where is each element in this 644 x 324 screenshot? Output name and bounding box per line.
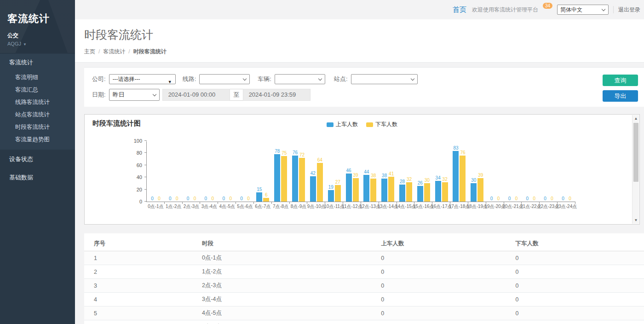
bar[interactable]: [388, 177, 394, 202]
language-select-value: 简体中文: [560, 6, 582, 13]
bar-group: 000点-1点: [147, 141, 165, 202]
table-cell: 0: [506, 251, 644, 265]
bar-value-label: 34: [436, 175, 441, 180]
bar[interactable]: [281, 156, 287, 202]
sidebar-item[interactable]: 客流量趋势图: [0, 133, 75, 146]
bar[interactable]: [460, 156, 466, 202]
table-row[interactable]: 54点-5点00: [84, 307, 644, 320]
table-row[interactable]: 10点-1点00: [84, 251, 644, 265]
breadcrumb: 主页/客流统计/时段客流统计: [84, 48, 635, 56]
date-start-input[interactable]: 2024-01-09 00:00: [162, 89, 230, 101]
bar[interactable]: [346, 174, 352, 202]
bar[interactable]: [299, 158, 305, 202]
y-axis-tick-label: 60: [126, 162, 142, 168]
chart-scrollbar[interactable]: ▲ ▼: [632, 115, 639, 224]
bar-column: 28: [399, 141, 405, 202]
bar[interactable]: [256, 192, 262, 202]
bar-column: 0: [560, 141, 566, 202]
line-select[interactable]: [199, 74, 250, 84]
table-row[interactable]: 65点-6点00: [84, 320, 644, 324]
table-cell: 0: [506, 293, 644, 307]
bar-column: 0: [185, 141, 191, 202]
scroll-down-icon[interactable]: ▼: [632, 217, 639, 224]
home-link[interactable]: 首页: [453, 6, 466, 14]
bar-value-label: 0: [533, 196, 536, 201]
bar[interactable]: [292, 156, 298, 202]
filter-panel: 公司: ---请选择--- ▼ 线路: 车辆:: [84, 67, 644, 107]
sidebar-item[interactable]: 客流汇总: [0, 84, 75, 96]
bar[interactable]: [453, 151, 459, 202]
notification-badge[interactable]: 34: [543, 3, 552, 9]
bar[interactable]: [328, 190, 334, 202]
bar[interactable]: [406, 182, 412, 202]
sidebar-item[interactable]: 线路客流统计: [0, 96, 75, 109]
bar[interactable]: [353, 178, 359, 202]
bar[interactable]: [381, 179, 387, 202]
bar[interactable]: [263, 198, 269, 202]
sidebar-item[interactable]: 基础数据: [0, 169, 75, 186]
table-cell: 0点-1点: [192, 251, 371, 265]
user-dropdown[interactable]: AQGJ▼: [7, 41, 70, 46]
bar-column: 34: [435, 141, 441, 202]
table-panel: 序号时段上车人数下车人数 10点-1点0021点-2点0032点-3点0043点…: [84, 233, 644, 324]
sidebar-item[interactable]: 时段客流统计: [0, 121, 75, 133]
bar[interactable]: [417, 186, 423, 202]
bar[interactable]: [424, 183, 430, 202]
bar-group: 0022点-23点: [540, 141, 558, 202]
bar[interactable]: [435, 181, 441, 202]
table-row[interactable]: 32点-3点00: [84, 279, 644, 293]
bar-column: 26: [417, 141, 423, 202]
bar[interactable]: [335, 185, 341, 202]
bar-value-label: 0: [526, 196, 529, 201]
bar[interactable]: [274, 154, 280, 202]
station-select[interactable]: [351, 74, 418, 84]
sidebar-profile: 客流统计 公交 AQGJ▼: [0, 0, 75, 53]
company-select[interactable]: ---请选择--- ▼: [109, 74, 176, 84]
legend-item[interactable]: 下车人数: [366, 121, 397, 128]
scrollbar-thumb[interactable]: [633, 123, 638, 182]
bar[interactable]: [471, 183, 477, 202]
table-cell: 0: [506, 265, 644, 279]
date-preset-select[interactable]: 昨日: [109, 89, 160, 101]
table-cell: 5点-6点: [192, 320, 371, 324]
table-row[interactable]: 43点-4点00: [84, 293, 644, 307]
topbar: 首页 欢迎使用客流统计管理平台 34 简体中文 退出登录: [75, 0, 644, 19]
bar[interactable]: [317, 163, 323, 202]
bar-value-label: 0: [497, 196, 500, 201]
export-button[interactable]: 导出: [603, 90, 638, 102]
bar[interactable]: [399, 185, 405, 202]
table-row[interactable]: 21点-2点00: [84, 265, 644, 279]
chart-panel: 时段车流统计图 上车人数下车人数 020406080100000点-1点001点…: [84, 114, 640, 225]
caret-down-icon: ▼: [23, 42, 27, 46]
breadcrumb-item[interactable]: 主页: [84, 48, 95, 55]
table-cell: 0: [371, 320, 506, 324]
sidebar-item[interactable]: 站点客流统计: [0, 109, 75, 121]
date-end-input[interactable]: 2024-01-09 23:59: [243, 89, 310, 101]
bar-value-label: 0: [515, 196, 518, 201]
query-button[interactable]: 查询: [603, 75, 638, 86]
bar-group: 004点-5点: [218, 141, 236, 202]
sidebar-section: 设备状态: [0, 150, 75, 168]
bar[interactable]: [477, 178, 483, 202]
y-axis-tick-label: 100: [126, 138, 142, 144]
bar[interactable]: [363, 175, 369, 202]
sidebar-item[interactable]: 客流明细: [0, 71, 75, 84]
breadcrumb-item: 时段客流统计: [133, 48, 167, 55]
breadcrumb-item[interactable]: 客流统计: [103, 48, 125, 55]
sidebar-item[interactable]: 客流统计: [0, 54, 75, 71]
sidebar-item[interactable]: 设备状态: [0, 150, 75, 168]
bar-group: 0020点-21点: [504, 141, 522, 202]
legend-item[interactable]: 上车人数: [327, 121, 358, 128]
vehicle-select[interactable]: [275, 74, 325, 84]
logout-link[interactable]: 退出登录: [618, 6, 640, 14]
company-select-value: ---请选择---: [113, 76, 140, 82]
bar[interactable]: [370, 179, 376, 202]
bar[interactable]: [442, 182, 448, 202]
bar-group: 42649点-10点: [307, 141, 325, 202]
bar[interactable]: [310, 176, 316, 202]
scroll-up-icon[interactable]: ▲: [632, 115, 639, 122]
bar-column: 72: [299, 141, 305, 202]
bar-column: 38: [381, 141, 387, 202]
table-cell: 4点-5点: [192, 307, 371, 320]
language-select[interactable]: 简体中文: [557, 5, 609, 15]
